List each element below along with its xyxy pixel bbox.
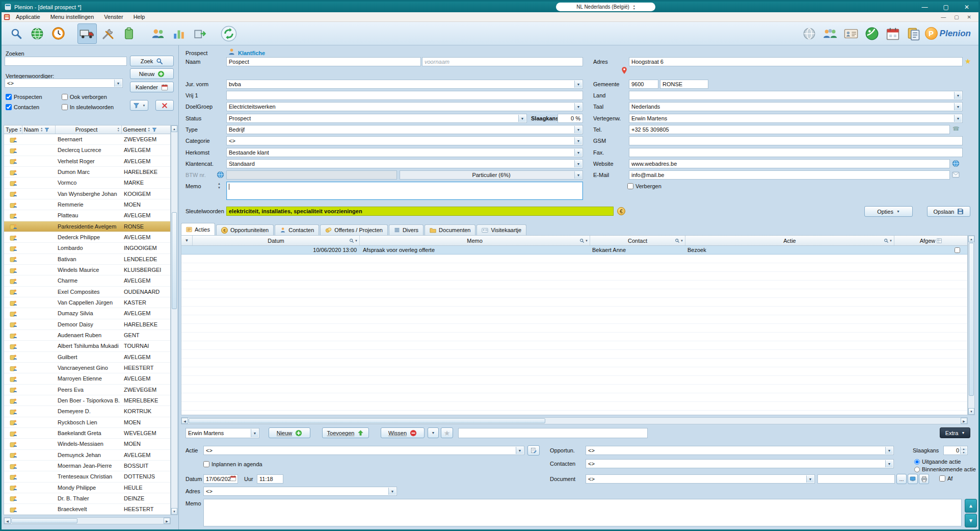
- document-select[interactable]: <>▼: [586, 474, 815, 484]
- favorite-star-icon[interactable]: ★: [965, 58, 971, 65]
- clock-icon[interactable]: [48, 23, 68, 44]
- prospect-list-row[interactable]: Albert Tshilumba Mukadi TOURNAI: [4, 341, 170, 351]
- prospect-list-row[interactable]: Remmerie MOEN: [4, 199, 170, 210]
- column-header-datum[interactable]: Datum▼: [193, 236, 360, 245]
- kalender-button[interactable]: Kalender: [130, 82, 174, 92]
- column-header-contact[interactable]: Contact▼: [590, 236, 685, 245]
- grid-menu-button[interactable]: ▼: [181, 236, 193, 245]
- action-row[interactable]: 10/06/2020 13:00 Afspraak voor overleg o…: [181, 246, 967, 255]
- binnenkomende-radio-input[interactable]: [914, 467, 920, 472]
- contact-card-icon[interactable]: [841, 23, 861, 44]
- memo-textarea[interactable]: [226, 182, 583, 200]
- record-up-button[interactable]: ▲: [965, 499, 977, 513]
- spinner-arrows[interactable]: ▲▼: [960, 447, 967, 454]
- status-select[interactable]: Prospect▼: [226, 114, 527, 123]
- prospect-list-row[interactable]: Vancraeyenest Gino HEESTERT: [4, 363, 170, 373]
- prospect-list-row[interactable]: Moerman Jean-Pierre BOSSUIT: [4, 461, 170, 471]
- uur-input[interactable]: [257, 474, 283, 484]
- scroll-down-icon[interactable]: ▼: [968, 408, 974, 415]
- ook-verborgen-checkbox-input[interactable]: [62, 94, 68, 100]
- naam-input[interactable]: [226, 57, 421, 66]
- sync-icon[interactable]: [219, 23, 239, 44]
- tools-icon[interactable]: [98, 23, 118, 44]
- browse-button[interactable]: ...: [896, 474, 907, 484]
- column-header-type[interactable]: Type▲▼: [4, 125, 22, 134]
- tab-acties[interactable]: Acties: [181, 223, 215, 235]
- uitgaande-actie-radio[interactable]: Uitgaande actie: [914, 459, 961, 465]
- medewerker-select[interactable]: Erwin Martens▼: [186, 428, 259, 438]
- opportun-select[interactable]: <>▼: [586, 446, 894, 455]
- verbergen-checkbox-input[interactable]: [627, 183, 633, 189]
- scroll-thumb[interactable]: [969, 243, 974, 396]
- tel-input[interactable]: [629, 125, 950, 134]
- column-header-naam[interactable]: Naam▲▼: [22, 125, 56, 134]
- binnenkomende-actie-radio[interactable]: Binnenkomende actie: [914, 466, 976, 472]
- land-select[interactable]: ▼: [629, 91, 963, 100]
- prospect-list-row[interactable]: Baekelandt Greta WEVELGEM: [4, 428, 170, 439]
- prospect-list-row[interactable]: Windels Maurice KLUISBERGEI: [4, 265, 170, 275]
- column-search-icon[interactable]: ▼: [579, 238, 588, 243]
- filter-icon[interactable]: [44, 127, 49, 132]
- uitgaande-radio-input[interactable]: [914, 459, 920, 465]
- date-picker-icon[interactable]: [230, 475, 236, 482]
- column-search-icon[interactable]: ▼: [675, 238, 683, 243]
- memo-nav-buttons[interactable]: ▲▼: [218, 182, 221, 189]
- prospect-list-row[interactable]: Braeckevelt HEESTERT: [4, 504, 170, 515]
- menu-item[interactable]: Venster: [99, 13, 127, 21]
- preview-button[interactable]: [908, 474, 918, 484]
- prospect-list-row[interactable]: Parkresidentie Avelgem RONSE: [4, 221, 170, 232]
- prospect-list-row[interactable]: Audenaert Ruben GENT: [4, 330, 170, 341]
- globe-icon[interactable]: [28, 23, 47, 44]
- filter-icon[interactable]: [152, 127, 157, 132]
- prospect-list-row[interactable]: Beernaert ZWEVEGEM: [4, 134, 170, 145]
- contacten-checkbox-input[interactable]: [6, 104, 12, 110]
- verbergen-checkbox[interactable]: Verbergen: [627, 183, 661, 189]
- doelgroep-select[interactable]: Electricteitswerken▼: [226, 102, 583, 111]
- prospect-list-row[interactable]: Demeyere D. KORTRIJK: [4, 406, 170, 417]
- prospecten-checkbox-input[interactable]: [6, 94, 12, 100]
- prospect-list-row[interactable]: Mondy Philippe HEULE: [4, 483, 170, 493]
- container-icon[interactable]: [119, 23, 139, 44]
- prospect-list-row[interactable]: Platteau AVELGEM: [4, 210, 170, 221]
- prospect-list-row[interactable]: Declercq Lucrece AVELGEM: [4, 145, 170, 156]
- prospect-list-row[interactable]: Van Wynsberghe Johan KOOIGEM: [4, 189, 170, 199]
- column-header-gemeente[interactable]: Gemeent▲▼: [122, 125, 170, 134]
- truck-icon[interactable]: [77, 23, 97, 44]
- quick-memo-input[interactable]: [458, 428, 648, 438]
- postcode-input[interactable]: [629, 80, 658, 89]
- maximize-button[interactable]: ▢: [943, 4, 949, 11]
- prospect-list-row[interactable]: Lombardo INGOOIGEM: [4, 243, 170, 254]
- af-checkbox[interactable]: Af: [939, 475, 952, 482]
- column-search-icon[interactable]: ▼: [884, 238, 892, 243]
- actie-contacten-select[interactable]: <>▼: [586, 459, 894, 468]
- print-button[interactable]: [919, 474, 929, 484]
- wissen-button[interactable]: Wissen: [381, 427, 425, 438]
- more-actions-button[interactable]: ▼: [428, 427, 439, 438]
- team-icon[interactable]: [820, 23, 840, 44]
- column-search-icon[interactable]: ▼: [349, 238, 358, 243]
- vertegenw-select[interactable]: Erwin Martens▼: [629, 114, 963, 123]
- scroll-left-icon[interactable]: ◀: [4, 518, 11, 524]
- type-select[interactable]: Bedrijf▼: [226, 125, 583, 134]
- prospect-list-row[interactable]: Guilbert AVELGEM: [4, 352, 170, 363]
- scroll-right-icon[interactable]: ▶: [961, 418, 967, 424]
- prospect-list-row[interactable]: Verhelst Roger AVELGEM: [4, 156, 170, 167]
- actions-vscrollbar[interactable]: ▲ ▼: [968, 235, 975, 415]
- tab-contacten[interactable]: Contacten: [275, 224, 319, 235]
- prospect-list-row[interactable]: Demoor Daisy HARELBEKE: [4, 319, 170, 330]
- world-icon[interactable]: [800, 23, 819, 44]
- column-header-memo[interactable]: Memo▼: [360, 236, 590, 245]
- prospect-list-row[interactable]: Den Boer - Tsiporkova B. MERELBEKE: [4, 395, 170, 406]
- scroll-left-icon[interactable]: ◀: [181, 418, 188, 424]
- calendar-icon[interactable]: [883, 23, 903, 44]
- nieuw-actie-button[interactable]: Nieuw: [269, 427, 310, 438]
- prospect-list-row[interactable]: Ryckbosch Lien MOEN: [4, 417, 170, 428]
- actions-hscrollbar[interactable]: ◀ ▶: [181, 417, 968, 424]
- scroll-right-icon[interactable]: ▶: [164, 518, 170, 524]
- prospect-list-row[interactable]: Vormco MARKE: [4, 178, 170, 188]
- close-button[interactable]: ✕: [964, 4, 969, 11]
- af-checkbox-input[interactable]: [939, 475, 945, 482]
- prospect-list-hscrollbar[interactable]: ◀ ▶: [4, 517, 171, 524]
- actie-adres-select[interactable]: <>▼: [203, 487, 397, 496]
- document-file-input[interactable]: [817, 474, 895, 484]
